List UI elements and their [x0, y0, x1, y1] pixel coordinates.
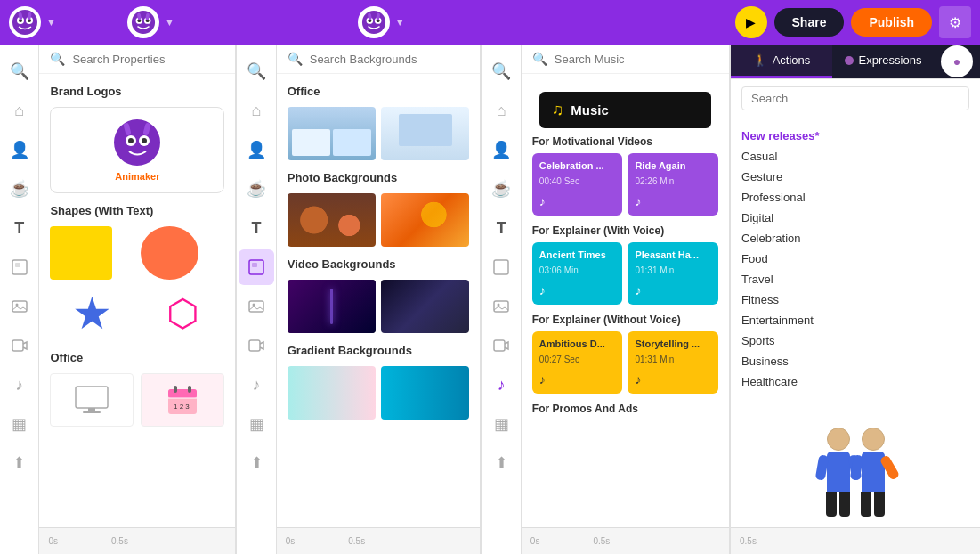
music-card-pleasant-note: ♪ — [635, 283, 711, 297]
cat-travel[interactable]: Travel — [741, 269, 969, 289]
bg-video-2[interactable] — [381, 280, 469, 333]
timeline-properties: 0s 0.5s — [39, 527, 235, 554]
music-cat-explainer-voice: For Explainer (With Voice) Ancient Times… — [532, 224, 718, 305]
sidebar-3-video[interactable] — [483, 328, 519, 363]
music-card-celebration[interactable]: Celebration ... 00:40 Sec ♪ — [532, 153, 623, 216]
sidebar-2-home[interactable]: ⌂ — [239, 93, 274, 128]
sidebar-3-search[interactable]: 🔍 — [483, 53, 519, 89]
expressions-avatar-icon: ● — [941, 45, 973, 77]
cat-new-releases[interactable]: New releases* — [741, 126, 969, 146]
top-bar: ▼ ▼ — [0, 0, 980, 45]
sidebar-2-search[interactable]: 🔍 — [239, 53, 274, 89]
bg-office-1[interactable] — [288, 107, 376, 160]
sidebar-3-grid[interactable]: ▦ — [483, 406, 519, 442]
backgrounds-search-input[interactable] — [310, 53, 470, 66]
bg-grad-1[interactable] — [288, 366, 376, 420]
music-card-ambitious[interactable]: Ambitious D... 00:27 Sec ♪ — [532, 331, 623, 394]
music-card-ancient[interactable]: Ancient Times 03:06 Min ♪ — [532, 242, 623, 305]
cat-celebration[interactable]: Celebration — [741, 228, 969, 248]
settings-button[interactable]: ⚙ — [939, 6, 971, 38]
sidebar-3-image[interactable] — [483, 289, 519, 324]
brand-logo-item[interactable]: Animaker — [50, 107, 224, 193]
sidebar-2-bg[interactable] — [239, 249, 274, 285]
music-card-pleasant-title: Pleasant Ha... — [635, 249, 711, 261]
logo-dropdown-1[interactable]: ▼ — [46, 17, 56, 28]
sidebar-2-grid[interactable]: ▦ — [239, 406, 274, 442]
character-1[interactable] — [826, 428, 850, 517]
sidebar-icons-2: 🔍 ⌂ 👤 ☕ T ♪ ▦ ⬆ — [237, 45, 276, 554]
sidebar-3-upload[interactable]: ⬆ — [483, 445, 519, 481]
sidebar-icon-image[interactable] — [2, 289, 37, 324]
bg-office-2[interactable] — [381, 107, 469, 160]
logo-2[interactable] — [127, 6, 159, 38]
sidebar-2-character[interactable]: 👤 — [239, 132, 274, 167]
sidebar-3-props[interactable]: ☕ — [483, 171, 519, 207]
properties-search-input[interactable] — [72, 53, 224, 66]
sidebar-icon-bg[interactable] — [2, 249, 37, 285]
logo-dropdown-3[interactable]: ▼ — [395, 17, 405, 28]
cat-food[interactable]: Food — [741, 248, 969, 269]
share-button[interactable]: Share — [774, 8, 845, 37]
sidebar-icon-home[interactable]: ⌂ — [2, 93, 37, 128]
tab-expressions[interactable]: Expressions — [832, 45, 934, 78]
sidebar-3-bg[interactable] — [483, 249, 519, 285]
cat-fitness[interactable]: Fitness — [741, 289, 969, 310]
svg-text:1 2 3: 1 2 3 — [174, 403, 190, 411]
sidebar-3-music[interactable]: ♪ — [483, 367, 519, 403]
cat-casual[interactable]: Casual — [741, 146, 969, 167]
music-card-storytelling[interactable]: Storytelling ... 01:31 Min ♪ — [628, 331, 718, 394]
sidebar-icon-video[interactable] — [2, 328, 37, 363]
cat-healthcare[interactable]: Healthcare — [741, 371, 969, 392]
sidebar-icon-text[interactable]: T — [2, 210, 37, 246]
office-item-calendar[interactable]: 1 2 3 — [141, 373, 224, 427]
bg-grad-2[interactable] — [381, 366, 469, 420]
cat-sports[interactable]: Sports — [741, 330, 969, 351]
play-button[interactable]: ▶ — [735, 6, 767, 38]
music-cat-motivational-title: For Motivational Videos — [532, 135, 718, 148]
sidebar-2-upload[interactable]: ⬆ — [239, 445, 274, 481]
cat-business[interactable]: Business — [741, 351, 969, 371]
cat-entertainment[interactable]: Entertainment — [741, 310, 969, 330]
timeline-backgrounds: 0s 0.5s — [277, 527, 481, 554]
publish-button[interactable]: Publish — [851, 8, 932, 37]
cat-gesture[interactable]: Gesture — [741, 167, 969, 187]
music-card-celebration-note: ♪ — [539, 194, 616, 208]
sidebar-2-image[interactable] — [239, 289, 274, 324]
sidebar-2-text[interactable]: T — [239, 210, 274, 246]
office-item-monitor[interactable] — [50, 373, 134, 427]
music-card-rideagain[interactable]: Ride Again 02:26 Min ♪ — [628, 153, 718, 216]
shape-blue-star[interactable]: ★ — [50, 287, 134, 340]
cat-digital[interactable]: Digital — [741, 208, 969, 228]
bg-photo-2[interactable] — [381, 193, 469, 247]
music-card-pleasant[interactable]: Pleasant Ha... 01:31 Min ♪ — [628, 242, 718, 305]
logo-3[interactable] — [358, 6, 390, 38]
shape-yellow-square[interactable] — [50, 226, 112, 280]
sidebar-icon-character[interactable]: 👤 — [2, 132, 37, 167]
bg-video-1[interactable] — [288, 280, 376, 333]
right-search-input[interactable] — [741, 86, 969, 110]
shape-orange-circle[interactable] — [141, 226, 198, 280]
sidebar-icon-upload[interactable]: ⬆ — [2, 445, 37, 481]
logo-dropdown-2[interactable]: ▼ — [165, 17, 174, 28]
cat-professional[interactable]: Professional — [741, 187, 969, 208]
timeline-music-0s: 0s — [530, 536, 540, 546]
logo-1[interactable] — [9, 6, 41, 38]
bg-photo-1[interactable] — [288, 193, 376, 247]
music-card-rideagain-note: ♪ — [635, 194, 711, 208]
sidebar-2-video[interactable] — [239, 328, 274, 363]
svg-rect-47 — [494, 260, 508, 274]
sidebar-icon-grid[interactable]: ▦ — [2, 406, 37, 442]
sidebar-icon-props[interactable]: ☕ — [2, 171, 37, 207]
sidebar-icon-music[interactable]: ♪ — [2, 367, 37, 403]
sidebar-3-character[interactable]: 👤 — [483, 132, 519, 167]
music-search-input[interactable] — [555, 53, 718, 66]
sidebar-2-music[interactable]: ♪ — [239, 367, 274, 403]
office-items-grid: 1 2 3 — [50, 373, 224, 427]
character-2[interactable] — [861, 428, 885, 517]
sidebar-icon-search[interactable]: 🔍 — [2, 53, 37, 89]
shape-pink-hex[interactable]: ⬡ — [141, 287, 224, 340]
sidebar-2-props[interactable]: ☕ — [239, 171, 274, 207]
tab-actions[interactable]: 🚶 Actions — [731, 45, 832, 78]
sidebar-3-text[interactable]: T — [483, 210, 519, 246]
sidebar-3-home[interactable]: ⌂ — [483, 93, 519, 128]
